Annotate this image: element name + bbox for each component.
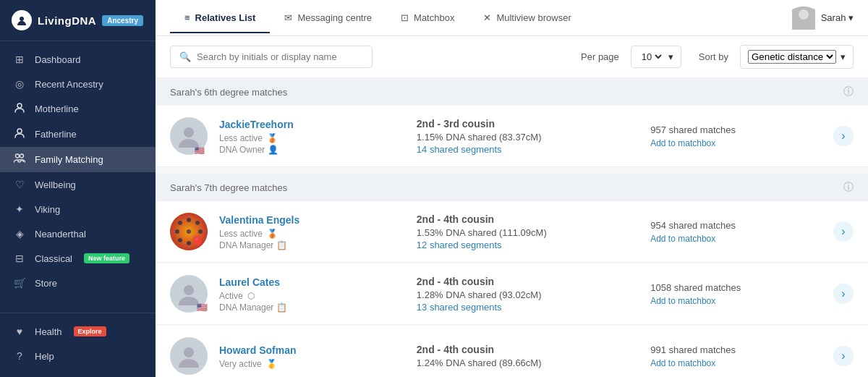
add-matchbox-jackie[interactable]: Add to matchbox	[650, 138, 833, 148]
explore-badge: Explore	[74, 326, 106, 336]
match-shared-laurel: 1058 shared matches Add to matchbox	[650, 282, 833, 306]
chevron-right-valentina[interactable]: ›	[833, 221, 854, 242]
dna-percent-laurel: 1.28% DNA shared (93.02cM)	[417, 289, 636, 300]
multiview-tab-icon: ✕	[483, 12, 491, 23]
chevron-right-jackie[interactable]: ›	[833, 126, 854, 146]
sidebar-item-recent-ancestry[interactable]: ◎ Recent Ancestry	[0, 72, 156, 96]
svg-point-11	[195, 221, 200, 225]
sidebar-item-help[interactable]: ? Help	[0, 344, 156, 368]
add-matchbox-howard[interactable]: Add to matchbox	[650, 358, 833, 368]
sidebar-label-motherline: Motherline	[35, 103, 79, 114]
role-icon-valentina: 📋	[276, 240, 287, 250]
relation-valentina: 2nd - 4th cousin	[417, 213, 636, 225]
segments-valentina[interactable]: 12 shared segments	[417, 240, 636, 250]
match-name-valentina[interactable]: Valentina Engels	[219, 214, 299, 226]
avatar	[792, 7, 815, 30]
relation-jackie: 2nd - 3rd cousin	[417, 118, 636, 130]
match-info-howard: Howard Sofman Very active 🥇	[219, 344, 402, 369]
activity-icon-laurel: ⬡	[247, 291, 255, 301]
match-shared-howard: 991 shared matches Add to matchbox	[650, 344, 833, 368]
match-shared-jackie: 957 shared matches Add to matchbox	[650, 124, 833, 148]
user-area: Sarah ▾	[792, 7, 854, 30]
activity-icon-jackie: 🥉	[267, 133, 278, 143]
match-meta-jackie: Less active 🥉	[219, 133, 402, 143]
match-info-valentina: Valentina Engels Less active 🥉 DNA Manag…	[219, 213, 402, 250]
svg-point-6	[799, 9, 809, 20]
section-info-icon-7th[interactable]: ⓘ	[843, 181, 854, 194]
match-name-laurel[interactable]: Laurel Cates	[219, 276, 280, 288]
svg-point-10	[187, 218, 191, 222]
add-matchbox-valentina[interactable]: Add to matchbox	[650, 234, 833, 244]
sidebar-label-fatherline: Fatherline	[35, 129, 77, 140]
match-shared-valentina: 954 shared matches Add to matchbox	[650, 220, 833, 244]
fatherline-icon	[13, 128, 26, 140]
activity-icon-valentina: 🥉	[267, 229, 278, 239]
match-name-howard[interactable]: Howard Sofman	[219, 344, 297, 356]
sidebar-item-wellbeing[interactable]: ♡ Wellbeing	[0, 172, 156, 197]
sidebar-item-classical[interactable]: ⊟ Classical New feature	[0, 246, 156, 271]
tab-label-messaging-centre: Messaging centre	[297, 12, 372, 23]
sidebar-item-viking[interactable]: ✦ Viking	[0, 197, 156, 221]
sidebar-label-recent-ancestry: Recent Ancestry	[35, 79, 103, 90]
top-tabs: ≡ Relatives List ✉ Messaging centre ⊡ Ma…	[156, 0, 868, 36]
svg-point-7	[184, 127, 194, 137]
search-input[interactable]	[197, 51, 363, 62]
avatar-wrap-howard	[170, 337, 208, 375]
dna-percent-howard: 1.24% DNA shared (89.66cM)	[417, 357, 636, 368]
matchbox-tab-icon: ⊡	[401, 12, 409, 23]
add-matchbox-laurel[interactable]: Add to matchbox	[650, 296, 833, 306]
sidebar-item-neanderthal[interactable]: ◈ Neanderthal	[0, 221, 156, 246]
user-name[interactable]: Sarah ▾	[821, 12, 854, 23]
svg-point-20	[184, 285, 194, 295]
section-info-icon-6th[interactable]: ⓘ	[843, 85, 854, 98]
wellbeing-icon: ♡	[13, 179, 26, 190]
activity-icon-howard: 🥇	[266, 359, 277, 369]
tab-relatives-list[interactable]: ≡ Relatives List	[170, 2, 270, 33]
search-box[interactable]: 🔍	[170, 46, 373, 68]
sidebar-nav: ⊞ Dashboard ◎ Recent Ancestry Motherline…	[0, 41, 156, 313]
tab-multiview-browser[interactable]: ✕ Multiview browser	[469, 2, 585, 33]
shared-count-laurel: 1058 shared matches	[650, 282, 833, 293]
match-card-jackie[interactable]: 🇺🇸 JackieTreehorn Less active 🥉 DNA Owne…	[156, 106, 868, 167]
match-meta-howard: Very active 🥇	[219, 359, 402, 369]
sidebar-item-health[interactable]: ♥ Health Explore	[0, 319, 156, 344]
match-card-laurel[interactable]: 🇺🇸 Laurel Cates Active ⬡ DNA Manager 📋 2…	[156, 263, 868, 325]
match-meta-laurel: Active ⬡	[219, 291, 402, 301]
activity-howard: Very active	[219, 359, 262, 369]
sort-select[interactable]: Genetic distance Name Shared matches ▾	[740, 45, 854, 69]
role-icon-jackie: 👤	[268, 145, 278, 155]
motherline-icon	[13, 103, 26, 115]
role-valentina: DNA Manager	[219, 240, 273, 250]
match-name-jackie[interactable]: JackieTreehorn	[219, 119, 294, 130]
tab-matchbox[interactable]: ⊡ Matchbox	[386, 2, 469, 33]
filter-bar: 🔍 Per page 10 25 50 ▾ Sort by Genetic di…	[156, 36, 868, 78]
avatar-wrap-jackie: 🇺🇸	[170, 117, 208, 155]
sidebar-item-family-matching[interactable]: Family Matching	[0, 147, 156, 172]
segments-jackie[interactable]: 14 shared segments	[417, 144, 636, 155]
match-card-valentina[interactable]: 🔴 Valentina Engels Less active 🥉 DNA Man…	[156, 201, 868, 263]
role-laurel: DNA Manager	[219, 302, 273, 313]
segments-laurel[interactable]: 13 shared segments	[417, 302, 636, 313]
relatives-list-tab-icon: ≡	[184, 12, 190, 23]
store-icon: 🛒	[13, 277, 26, 289]
sidebar-item-store[interactable]: 🛒 Store	[0, 271, 156, 295]
svg-point-14	[198, 229, 203, 234]
sort-dropdown[interactable]: Genetic distance Name Shared matches	[748, 50, 836, 64]
svg-point-13	[187, 229, 191, 234]
chevron-right-howard[interactable]: ›	[833, 346, 854, 366]
avatar-howard	[170, 337, 208, 375]
match-card-howard[interactable]: Howard Sofman Very active 🥇 2nd - 4th co…	[156, 326, 868, 377]
svg-text:🔴: 🔴	[195, 237, 203, 245]
tab-label-multiview-browser: Multiview browser	[496, 12, 571, 23]
avatar-valentina: 🔴	[170, 213, 208, 250]
chevron-right-laurel[interactable]: ›	[833, 284, 854, 304]
matches-content: Sarah's 6th degree matches ⓘ 🇺🇸 JackieTr…	[156, 78, 868, 377]
per-page-dropdown[interactable]: 10 25 50	[639, 51, 664, 63]
sidebar-item-fatherline[interactable]: Fatherline	[0, 122, 156, 147]
sidebar-item-motherline[interactable]: Motherline	[0, 96, 156, 122]
activity-valentina: Less active	[219, 229, 263, 239]
section-title-7th: Sarah's 7th degree matches	[170, 182, 287, 193]
per-page-select[interactable]: 10 25 50 ▾	[631, 46, 681, 68]
sidebar-item-dashboard[interactable]: ⊞ Dashboard	[0, 47, 156, 72]
tab-messaging-centre[interactable]: ✉ Messaging centre	[270, 2, 386, 33]
